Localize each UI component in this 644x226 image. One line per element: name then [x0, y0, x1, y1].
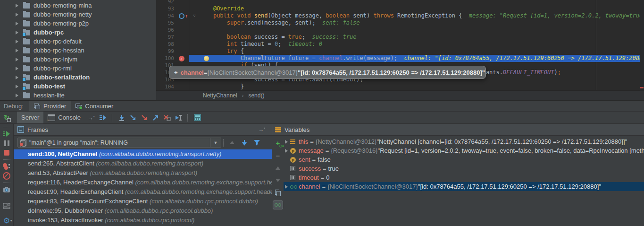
variable-row[interactable]: channel={NioClientSocketChannel@3017} "[…	[284, 182, 644, 191]
code-text: super.send(message, sent); sent: false	[200, 19, 644, 26]
expand-chevron-icon[interactable]	[284, 148, 290, 153]
stack-frame-row[interactable]: send:265, AbstractClient (com.alibaba.du…	[14, 159, 272, 168]
pause-button[interactable]	[0, 139, 13, 148]
filter-frames-button[interactable]	[251, 140, 263, 146]
chevron-right-icon[interactable]	[15, 12, 19, 17]
focus-frame-icon[interactable]: →▪	[259, 126, 265, 133]
fold-region[interactable]: ▽	[189, 12, 200, 19]
jump-to-source-icon[interactable]: →▪	[88, 114, 94, 121]
breadcrumb-class[interactable]: NettyChannel	[203, 92, 237, 99]
expand-chevron-icon[interactable]	[284, 184, 290, 189]
fold-region	[189, 19, 200, 26]
resume-button[interactable]	[0, 129, 13, 139]
variable-row[interactable]: success=true	[284, 164, 644, 173]
debugger-value-tooltip[interactable]: + channel = {NioClientSocketChannel@3017…	[169, 66, 486, 79]
tree-item[interactable]: dubbo-rpc-rmi	[0, 64, 156, 73]
overrides-method-icon[interactable]: ↑	[179, 13, 188, 19]
tab-console[interactable]: ↓ Console	[43, 112, 85, 123]
remove-watch-button[interactable]: −	[273, 151, 283, 160]
object-reference: {NioClientSocketChannel@3017}	[327, 182, 418, 191]
force-step-into-button[interactable]	[139, 113, 150, 123]
stack-frame-row[interactable]: request:90, HeaderExchangeClient (com.al…	[14, 187, 272, 197]
evaluate-expression-button[interactable]	[192, 113, 203, 123]
rerun-button[interactable]: ↻	[1, 113, 12, 122]
thread-dump-button[interactable]	[0, 185, 13, 194]
stack-frame-row[interactable]: doInvoke:95, DubboInvoker (com.alibaba.d…	[14, 206, 272, 216]
chevron-right-icon[interactable]	[15, 39, 19, 44]
tree-item[interactable]: dubbo-remoting-mina	[0, 1, 156, 10]
thread-dropdown[interactable]: "main"@1 in group "main": RUNNING ▼	[17, 138, 221, 148]
debugger-toolbar: ↻ Server ↓ Console →▪	[0, 111, 644, 124]
tree-item[interactable]: dubbo-rpc	[0, 28, 156, 37]
stack-frame-row[interactable]: invoke:153, AbstractInvoker (com.alibaba…	[14, 216, 272, 225]
tree-item-label: dubbo-remoting-mina	[33, 2, 92, 9]
tree-item[interactable]: dubbo-remoting-netty	[0, 10, 156, 19]
run-to-cursor-button[interactable]	[173, 113, 184, 123]
stack-frame-row[interactable]: request:116, HeaderExchangeChannel (com.…	[14, 178, 272, 187]
thread-icon	[20, 139, 26, 146]
chevron-right-icon[interactable]	[15, 48, 19, 53]
stack-frame-row[interactable]: send:53, AbstractPeer (com.alibaba.dubbo…	[14, 168, 272, 178]
code-editor[interactable]: 9293 @Override94↑▽ public void send(Obje…	[156, 0, 644, 100]
tab-consumer[interactable]: Consumer	[71, 101, 118, 111]
chevron-right-icon[interactable]	[15, 21, 19, 26]
variable-row[interactable]: this={NettyChannel@3012} "NettyChannel […	[284, 137, 644, 146]
tree-item[interactable]: dubbo-rpc-default	[0, 37, 156, 46]
stack-frame-row[interactable]: send:100, NettyChannel (com.alibaba.dubb…	[14, 149, 272, 159]
tab-provider[interactable]: Provider	[29, 101, 71, 111]
this-icon	[290, 139, 299, 144]
error-stripe-mark[interactable]	[640, 87, 644, 88]
tooltip-expand-icon[interactable]: +	[174, 69, 178, 76]
settings-button[interactable]: ⚙▼	[0, 216, 13, 226]
line-number: 92	[156, 0, 177, 5]
step-over-button[interactable]	[116, 113, 127, 123]
intention-bulb-icon[interactable]	[204, 56, 209, 61]
drop-frame-button[interactable]	[161, 113, 173, 123]
stack-frame-row[interactable]: request:83, ReferenceCountExchangeClient…	[14, 197, 272, 206]
stop-button[interactable]	[0, 148, 13, 157]
duplicate-watch-button[interactable]	[273, 188, 283, 197]
variable-row[interactable]: pmessage={Request@3016} "Request [id=1, …	[284, 146, 644, 155]
expand-chevron-icon[interactable]	[284, 139, 290, 144]
chevron-right-icon[interactable]	[15, 75, 19, 80]
variable-row[interactable]: psent=false	[284, 155, 644, 164]
editor-line: 99 try {	[156, 48, 644, 55]
add-watch-button[interactable]: +	[273, 139, 283, 148]
rail-separator	[3, 183, 10, 183]
move-watch-down-button[interactable]	[273, 175, 283, 185]
tree-item[interactable]: dubbo-test	[0, 82, 156, 91]
breadcrumb-method[interactable]: send()	[248, 92, 264, 99]
show-execution-point-button[interactable]	[97, 113, 109, 123]
chevron-right-icon[interactable]	[15, 93, 19, 98]
variable-row[interactable]: timeout=0	[284, 173, 644, 182]
mute-breakpoints-button[interactable]	[0, 171, 13, 181]
chevron-right-icon[interactable]	[15, 30, 19, 35]
dropdown-arrow-icon[interactable]: ▼	[210, 138, 221, 147]
module-folder-icon	[23, 48, 30, 53]
chevron-right-icon[interactable]	[15, 3, 19, 8]
variables-menu-icon[interactable]	[275, 127, 281, 132]
move-watch-up-button[interactable]	[273, 163, 283, 173]
tree-item[interactable]: dubbo-rpc-injvm	[0, 55, 156, 64]
code-text	[200, 0, 644, 5]
tree-item[interactable]: dubbo-rpc-hessian	[0, 46, 156, 55]
variable-value: "[id: 0x78764a55, /172.17.51.129:60250 =…	[418, 182, 601, 191]
show-watches-toggle[interactable]	[273, 200, 283, 209]
chevron-right-icon[interactable]	[15, 66, 19, 71]
frame-down-button[interactable]	[238, 140, 251, 146]
tree-item[interactable]: dubbo-serialization	[0, 73, 156, 82]
restore-layout-button[interactable]	[0, 201, 13, 210]
tab-server[interactable]: Server	[17, 112, 43, 123]
view-breakpoints-button[interactable]	[0, 162, 13, 171]
frame-up-button[interactable]	[226, 141, 238, 144]
chevron-right-icon[interactable]	[15, 57, 19, 62]
tree-item[interactable]: dubbo-remoting-p2p	[0, 19, 156, 28]
tab-server-label: Server	[21, 114, 39, 121]
step-out-button[interactable]	[150, 113, 161, 123]
breakpoint-icon[interactable]: ✓	[179, 56, 184, 61]
step-into-button[interactable]	[127, 113, 139, 123]
chevron-right-icon[interactable]	[15, 84, 19, 89]
frame-package: (com.alibaba.dubbo.remoting.transport.ne…	[99, 150, 221, 157]
tree-item[interactable]: hessian-lite	[0, 91, 156, 100]
editor-scrollbar[interactable]	[640, 0, 644, 91]
